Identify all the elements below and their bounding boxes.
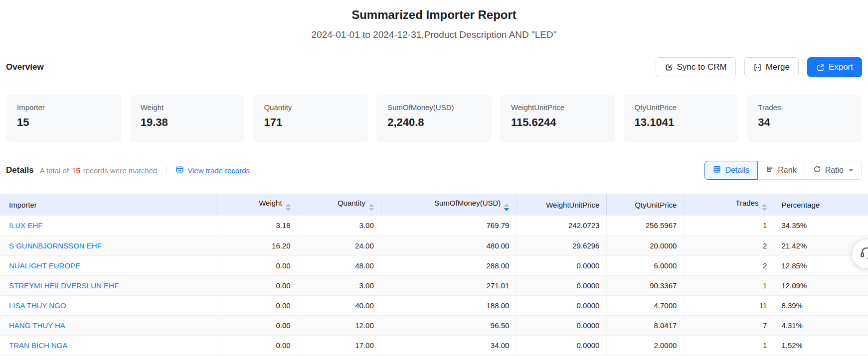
- cell-trades: 2: [684, 236, 774, 255]
- cell-weight: 0.00: [216, 295, 298, 315]
- sort-carets-icon[interactable]: [504, 204, 509, 211]
- merge-icon: [753, 63, 762, 72]
- col-header-label: Quantity: [338, 199, 365, 207]
- tab-ratio[interactable]: Ratio: [805, 161, 862, 180]
- cell-sum: 480.00: [381, 236, 517, 255]
- table-grid-icon: [713, 165, 721, 175]
- stat-label: Trades: [758, 103, 851, 112]
- sort-carets-icon[interactable]: [369, 204, 374, 211]
- cell-weight-unit-price: 0.0000: [517, 315, 607, 335]
- stat-label: Weight: [141, 103, 234, 112]
- cell-percentage: 8.39%: [774, 295, 868, 315]
- cell-weight-unit-price: 29.6296: [517, 236, 607, 255]
- table-row: STREYMI HEILDVERSLUN EHF 0.00 3.00 271.0…: [0, 275, 868, 295]
- importer-link[interactable]: TRAN BICH NGA: [9, 341, 68, 350]
- importer-link[interactable]: STREYMI HEILDVERSLUN EHF: [9, 281, 119, 290]
- col-header-weight-unit-price: WeightUnitPrice: [517, 194, 607, 216]
- cell-sum: 188.00: [381, 295, 517, 315]
- merge-button[interactable]: Merge: [744, 57, 799, 77]
- cell-percentage: 4.31%: [774, 315, 868, 335]
- sync-import-icon: [665, 63, 673, 72]
- table-row: ILUX EHF 3.18 3.00 769.79 242.0723 256.5…: [0, 216, 868, 236]
- view-switcher: Details Rank Ratio: [704, 161, 862, 180]
- cell-qty-unit-price: 8.0417: [607, 315, 684, 335]
- stat-value: 34: [758, 116, 851, 129]
- col-header-sum-of-money[interactable]: SumOfMoney(USD): [381, 194, 517, 216]
- details-summary: Details A total of15records were matched…: [6, 165, 250, 175]
- cell-qty-unit-price: 2.0000: [607, 335, 684, 355]
- tab-details[interactable]: Details: [704, 161, 758, 180]
- stat-card-weight-unit-price: WeightUnitPrice 115.6244: [500, 95, 615, 142]
- stat-value: 13.1041: [635, 116, 728, 129]
- match-summary: A total of15records were matched: [40, 166, 157, 175]
- col-header-quantity[interactable]: Quantity: [298, 194, 381, 216]
- cell-sum: 769.79: [381, 216, 517, 236]
- cell-trades: 1: [684, 216, 774, 236]
- col-header-weight[interactable]: Weight: [216, 194, 298, 216]
- importer-link[interactable]: HANG THUY HA: [9, 321, 65, 330]
- trade-records-icon: [175, 165, 184, 175]
- cell-quantity: 3.00: [298, 216, 381, 236]
- importer-table: Importer Weight Quantity SumOfMoney(USD)…: [0, 194, 868, 356]
- col-header-label: QtyUnitPrice: [635, 201, 677, 209]
- stat-value: 115.6244: [511, 116, 604, 129]
- stat-card-trades: Trades 34: [747, 95, 862, 142]
- cell-trades: 2: [684, 255, 774, 275]
- col-header-trades[interactable]: Trades: [684, 194, 774, 216]
- cell-quantity: 12.00: [298, 315, 381, 335]
- export-button[interactable]: Export: [807, 57, 862, 77]
- headset-icon: [859, 245, 868, 262]
- importer-link[interactable]: S GUNNBJORNSSON EHF: [9, 241, 102, 250]
- details-section-title: Details: [6, 165, 34, 175]
- details-bar: Details A total of15records were matched…: [0, 160, 868, 181]
- sync-to-crm-button[interactable]: Sync to CRM: [656, 57, 736, 77]
- table-row: HANG THUY HA 0.00 12.00 96.50 0.0000 8.0…: [0, 315, 868, 335]
- view-trade-records-link[interactable]: View trade records: [175, 165, 250, 175]
- sort-carets-icon[interactable]: [286, 204, 291, 211]
- view-trade-records-label: View trade records: [187, 166, 250, 175]
- table-row: TRAN BICH NGA 0.00 17.00 34.00 0.0000 2.…: [0, 335, 868, 355]
- vertical-divider: [166, 166, 167, 174]
- table-row: S GUNNBJORNSSON EHF 16.20 24.00 480.00 2…: [0, 236, 868, 255]
- cell-trades: 1: [684, 275, 774, 295]
- stat-label: SumOfMoney(USD): [387, 103, 481, 112]
- stat-value: 15: [17, 116, 110, 129]
- col-header-importer: Importer: [0, 194, 216, 216]
- importer-link[interactable]: NUALIGHT EUROPE: [9, 261, 80, 270]
- stat-card-qty-unit-price: QtyUnitPrice 13.1041: [624, 95, 739, 142]
- sort-carets-icon[interactable]: [762, 204, 767, 211]
- merge-label: Merge: [766, 62, 790, 72]
- toolbar-buttons: Sync to CRM Merge: [656, 57, 862, 77]
- cell-quantity: 40.00: [298, 295, 381, 315]
- export-label: Export: [829, 62, 853, 72]
- col-header-label: Weight: [259, 199, 282, 207]
- cell-trades: 11: [684, 295, 774, 315]
- stat-label: QtyUnitPrice: [635, 103, 728, 112]
- match-summary-suffix: records were matched: [83, 166, 157, 175]
- page-title: Summarized Importer Report: [0, 8, 868, 22]
- cell-sum: 96.50: [381, 315, 517, 335]
- cell-quantity: 48.00: [298, 255, 381, 275]
- importer-link[interactable]: LISA THUY NGO: [9, 301, 66, 310]
- cell-weight: 0.00: [216, 315, 298, 335]
- match-count: 15: [72, 166, 80, 175]
- toolbar-row: Overview Sync to CRM: [0, 57, 868, 77]
- col-header-qty-unit-price: QtyUnitPrice: [607, 194, 684, 216]
- cell-weight-unit-price: 0.0000: [517, 275, 607, 295]
- cell-percentage: 12.09%: [774, 275, 868, 295]
- page-subtitle: 2024-01-01 to 2024-12-31,Product Descrip…: [0, 29, 868, 40]
- cell-weight: 16.20: [216, 236, 298, 255]
- cell-percentage: 1.52%: [774, 335, 868, 355]
- tab-rank[interactable]: Rank: [757, 161, 805, 180]
- importer-link[interactable]: ILUX EHF: [9, 221, 43, 230]
- tab-ratio-label: Ratio: [825, 166, 844, 175]
- cell-weight-unit-price: 0.0000: [517, 335, 607, 355]
- stat-card-sum-of-money: SumOfMoney(USD) 2,240.8: [376, 95, 492, 142]
- cell-weight-unit-price: 0.0000: [517, 295, 607, 315]
- col-header-label: WeightUnitPrice: [546, 201, 599, 209]
- stat-value: 171: [264, 116, 357, 129]
- cell-weight: 3.18: [216, 216, 298, 236]
- cell-weight-unit-price: 0.0000: [517, 255, 607, 275]
- export-icon: [816, 63, 825, 72]
- cell-quantity: 17.00: [298, 335, 381, 355]
